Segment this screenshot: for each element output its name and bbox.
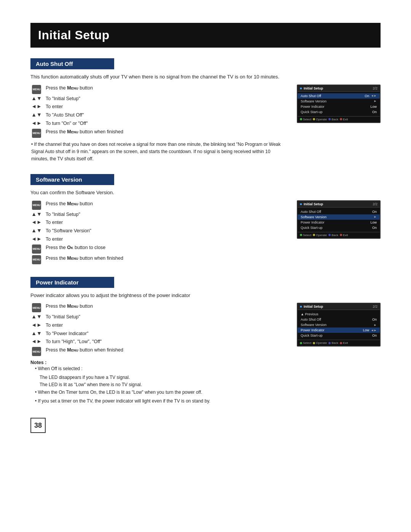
instruction-text: To "Software Version" [46, 227, 285, 235]
section-desc-auto-shut-off: This function automatically shuts off yo… [30, 73, 381, 81]
instruction-row: ◄► To enter [30, 236, 285, 243]
section-software-version: Software Version You can confirm the Sof… [30, 174, 381, 265]
arrow-lr-icon: ◄► [30, 103, 43, 109]
note-sub: The LED is lit as "Low" when there is no… [30, 381, 285, 388]
note-sub: The LED disappears if you have a TV sign… [30, 374, 285, 381]
instruction-row: ▲▼ To "Initial Setup" [30, 95, 285, 102]
instruction-text: To "Initial Setup" [46, 95, 285, 102]
instruction-text: To enter [46, 236, 285, 243]
instruction-text: Press the Menu button when finished [46, 255, 285, 262]
arrow-lr-icon: ◄► [30, 338, 43, 344]
menu-icon: MENU [30, 128, 43, 138]
instruction-row: MENU Press the Menu button [30, 200, 285, 210]
menu-icon: MENU [30, 303, 43, 312]
section-auto-shut-off: Auto Shut Off This function automaticall… [30, 58, 381, 163]
instruction-text: Press the Ok button to close [46, 244, 285, 251]
instructions-auto-shut-off: MENU Press the Menu button ▲▼ To "Initia… [30, 85, 285, 163]
section-header-power-indicator: Power Indicator [30, 277, 114, 288]
note-item: When the On Timer turns On, the LED is l… [30, 389, 285, 396]
arrow-ud-icon: ▲▼ [30, 95, 43, 101]
instruction-row: ▲▼ To "Auto Shut Off" [30, 112, 285, 119]
section-desc-software-version: You can confirm the Software Version. [30, 189, 381, 197]
instruction-text: To enter [46, 103, 285, 110]
instruction-text: To "Auto Shut Off" [46, 112, 285, 119]
instruction-row: ◄► To enter [30, 322, 285, 329]
instruction-text: To "Power Indicator" [46, 330, 285, 337]
menu-icon: MENU [30, 347, 43, 356]
page-title: Initial Setup [30, 23, 381, 48]
instruction-text: To turn "On" or "Off" [46, 120, 285, 127]
instruction-row: MENU Press the Menu button [30, 303, 285, 312]
menu-icon: MENU [30, 244, 43, 254]
instruction-row: MENU Press the Menu button when finished [30, 255, 285, 264]
instruction-row: ◄► To turn "On" or "Off" [30, 120, 285, 127]
instruction-text: Press the Menu button [46, 303, 285, 310]
instruction-row: MENU Press the Menu button [30, 85, 285, 94]
instruction-row: MENU Press the Menu button when finished [30, 128, 285, 138]
note-item: If you set a timer on the TV, the power … [30, 398, 285, 405]
section-header-software-version: Software Version [30, 174, 114, 185]
arrow-lr-icon: ◄► [30, 120, 43, 126]
instruction-text: To enter [46, 219, 285, 226]
instruction-text: Press the Menu button when finished [46, 347, 285, 354]
instruction-text: To "Initial Setup" [46, 313, 285, 321]
menu-icon: MENU [30, 85, 43, 94]
instruction-row: MENU Press the Ok button to close [30, 244, 285, 254]
page-number: 38 [30, 418, 46, 433]
instruction-text: To turn "High", "Low", "Off" [46, 338, 285, 345]
instruction-text: Press the Menu button [46, 200, 285, 208]
note-item: When Off is selected : [30, 365, 285, 372]
instructions-software-version: MENU Press the Menu button ▲▼ To "Initia… [30, 200, 285, 265]
instruction-row: ◄► To turn "High", "Low", "Off" [30, 338, 285, 345]
tv-screen-power-indicator: ■ Initial Setup 2/2 ▲ Previous Auto Shut… [297, 303, 381, 347]
instruction-row: ▲▼ To "Software Version" [30, 227, 285, 235]
arrow-ud-icon: ▲▼ [30, 211, 43, 217]
menu-icon: MENU [30, 255, 43, 264]
instruction-row: ▲▼ To "Power Indicator" [30, 330, 285, 337]
tv-screen-auto-shut-off: ■ Initial Setup 2/2 Auto Shut OffOn◄► So… [297, 85, 381, 123]
instruction-row: ◄► To enter [30, 219, 285, 226]
arrow-ud-icon: ▲▼ [30, 330, 43, 336]
section-header-auto-shut-off: Auto Shut Off [30, 58, 114, 69]
instruction-row: MENU Press the Menu button when finished [30, 347, 285, 356]
arrow-ud-icon: ▲▼ [30, 112, 43, 117]
notes-label: Notes : [30, 360, 285, 365]
menu-icon: MENU [30, 200, 43, 210]
instruction-row: ◄► To enter [30, 103, 285, 110]
instruction-text: Press the Menu button when finished [46, 128, 285, 136]
arrow-ud-icon: ▲▼ [30, 313, 43, 319]
section-desc-power-indicator: Power indicator allows you to adjust the… [30, 292, 381, 299]
instruction-text: To "Initial Setup" [46, 211, 285, 218]
arrow-lr-icon: ◄► [30, 322, 43, 328]
bullet-note-auto-shut-off: If the channel that you have on does not… [30, 141, 285, 163]
instruction-row: ▲▼ To "Initial Setup" [30, 313, 285, 321]
instructions-power-indicator: MENU Press the Menu button ▲▼ To "Initia… [30, 303, 285, 406]
arrow-lr-icon: ◄► [30, 236, 43, 241]
tv-screen-software-version: ■ Initial Setup 2/2 Auto Shut OffOn Soft… [297, 200, 381, 239]
instruction-text: Press the Menu button [46, 85, 285, 92]
arrow-lr-icon: ◄► [30, 219, 43, 225]
section-power-indicator: Power Indicator Power indicator allows y… [30, 277, 381, 406]
instruction-text: To enter [46, 322, 285, 329]
arrow-ud-icon: ▲▼ [30, 227, 43, 233]
instruction-row: ▲▼ To "Initial Setup" [30, 211, 285, 218]
